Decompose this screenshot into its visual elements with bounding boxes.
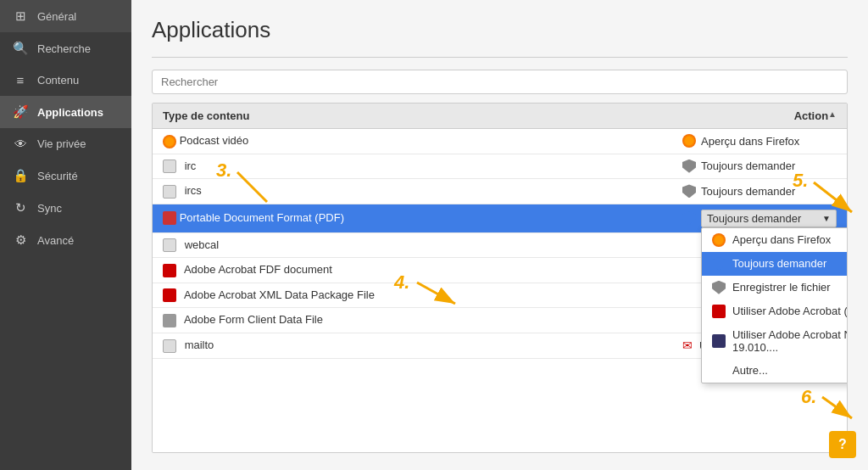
generic-icon: [163, 185, 176, 199]
action-label: Toujours demander: [701, 159, 795, 172]
generic-icon: [163, 238, 176, 252]
firefox-icon: [163, 135, 176, 148]
sidebar-item-label: Avancé: [37, 234, 74, 247]
fdf-icon3: [163, 314, 176, 327]
sidebar-item-applications[interactable]: 🚀 Applications: [0, 96, 131, 128]
dropdown-option-firefox[interactable]: Aperçu dans Firefox: [702, 228, 848, 252]
shield-option-icon: [712, 281, 726, 294]
sidebar-item-label: Applications: [37, 106, 103, 119]
sidebar-item-general[interactable]: ⊞ Général: [0, 0, 131, 32]
type-label: Portable Document Format (PDF): [180, 211, 344, 224]
generic-icon: [163, 159, 176, 173]
sidebar-item-advanced[interactable]: ⚙ Avancé: [0, 224, 131, 256]
dropdown-option-acrobat-npapi[interactable]: Utiliser Adobe Acrobat NPAPI Plug-in, Ve…: [702, 323, 848, 359]
fdf-icon2: [163, 288, 176, 302]
dropdown-option-label: Aperçu dans Firefox: [732, 233, 831, 246]
sidebar-item-label: Recherche: [37, 42, 91, 55]
table-header-row: Type de contenu Action ▲: [153, 104, 847, 129]
type-label: webcal: [185, 238, 219, 251]
dropdown-option-acrobat[interactable]: Utiliser Adobe Acrobat (par défaut): [702, 299, 848, 323]
sidebar-item-label: Général: [37, 10, 76, 23]
search-input[interactable]: [152, 70, 848, 94]
security-icon: 🔒: [12, 168, 29, 183]
type-cell: Podcast vidéo: [153, 129, 672, 154]
shield-blue-icon: [682, 211, 696, 225]
content-icon: ≡: [12, 73, 29, 87]
sync-icon: ↻: [12, 200, 29, 215]
fdf-icon: [163, 264, 176, 277]
mail-icon: ✉: [682, 339, 693, 352]
action-cell: Toujours demander: [672, 154, 847, 179]
action-dropdown-wrapper: Toujours demander ▼ Aperçu dans Firefox: [701, 210, 837, 227]
col-action[interactable]: Action ▲: [672, 104, 847, 129]
sidebar-item-search[interactable]: 🔍 Recherche: [0, 32, 131, 64]
table-row[interactable]: irc Toujours demander: [153, 154, 847, 179]
dropdown-option-save[interactable]: Enregistrer le fichier: [702, 276, 848, 299]
applications-table-wrapper: Type de contenu Action ▲ Podcast vidéo: [152, 103, 848, 453]
dropdown-option-label: Enregistrer le fichier: [732, 281, 831, 294]
sort-arrow-icon: ▲: [828, 109, 837, 119]
table-row[interactable]: Podcast vidéo Aperçu dans Firefox: [153, 129, 847, 154]
sidebar-item-label: Vie privée: [37, 137, 86, 150]
sidebar: ⊞ Général 🔍 Recherche ≡ Contenu 🚀 Applic…: [0, 0, 131, 470]
main-content: Applications Type de contenu Action ▲: [131, 0, 868, 470]
type-label: ircs: [185, 184, 202, 197]
action-cell: Toujours demander: [672, 179, 847, 204]
type-cell: Adobe Form Client Data File: [153, 308, 672, 333]
type-cell: Adobe Acrobat XML Data Package File: [153, 283, 672, 308]
chevron-down-icon: ▼: [822, 214, 831, 223]
divider: [152, 57, 848, 58]
type-label: Adobe Acrobat XML Data Package File: [184, 288, 375, 301]
sidebar-item-label: Sécurité: [37, 170, 78, 182]
col-type[interactable]: Type de contenu: [153, 104, 672, 129]
shield-icon: [682, 159, 696, 173]
action-label: Toujours demander: [701, 185, 795, 198]
action-icon: [682, 134, 696, 148]
action-cell: Aperçu dans Firefox: [672, 129, 847, 154]
search-icon: 🔍: [12, 41, 29, 56]
generic-icon: [163, 339, 176, 353]
page-title: Applications: [152, 17, 848, 43]
acrobat-option-icon: [712, 305, 726, 318]
apps-icon: 🚀: [12, 104, 29, 120]
type-cell-pdf: Portable Document Format (PDF): [153, 204, 672, 232]
type-cell: webcal: [153, 232, 672, 258]
sidebar-item-label: Contenu: [37, 74, 79, 87]
advanced-icon: ⚙: [12, 232, 29, 248]
type-cell: ircs: [153, 179, 672, 204]
sidebar-item-sync[interactable]: ↻ Sync: [0, 192, 131, 224]
action-dropdown-menu: Aperçu dans Firefox Toujours demander: [701, 227, 848, 383]
dropdown-option-label: Utiliser Adobe Acrobat (par défaut): [732, 305, 848, 317]
firefox-option-icon: [712, 233, 726, 247]
pdf-icon: [163, 211, 176, 225]
dropdown-option-label: Toujours demander: [732, 257, 826, 270]
shield-blue-option-icon: [712, 257, 726, 271]
action-label: Aperçu dans Firefox: [701, 135, 799, 148]
type-cell: mailto: [153, 333, 672, 358]
type-cell: irc: [153, 154, 672, 179]
table-row[interactable]: ircs Toujours demander: [153, 179, 847, 204]
dropdown-option-label: Autre...: [732, 364, 768, 377]
type-cell: Adobe Acrobat FDF document: [153, 258, 672, 283]
type-label: Adobe Form Client Data File: [184, 313, 323, 326]
shield-icon: [682, 184, 696, 198]
other-option-icon: [712, 364, 726, 378]
help-button[interactable]: ?: [829, 431, 856, 458]
general-icon: ⊞: [12, 8, 29, 24]
sidebar-item-label: Sync: [37, 202, 62, 215]
action-dropdown-trigger[interactable]: Toujours demander ▼: [701, 210, 837, 227]
dropdown-option-other[interactable]: Autre...: [702, 359, 848, 383]
applications-table: Type de contenu Action ▲ Podcast vidéo: [153, 104, 847, 359]
sidebar-item-privacy[interactable]: 👁 Vie privée: [0, 128, 131, 159]
dropdown-current-value: Toujours demander: [707, 212, 801, 225]
type-label: mailto: [185, 339, 214, 351]
table-row-pdf[interactable]: Portable Document Format (PDF) Toujours …: [153, 204, 847, 232]
dropdown-option-label: Utiliser Adobe Acrobat NPAPI Plug-in, Ve…: [732, 328, 848, 354]
action-cell-pdf: Toujours demander ▼ Aperçu dans Firefox: [672, 204, 847, 232]
sidebar-item-content[interactable]: ≡ Contenu: [0, 64, 131, 96]
dropdown-option-always-ask[interactable]: Toujours demander: [702, 252, 848, 276]
type-label: Podcast vidéo: [180, 134, 249, 147]
sidebar-item-security[interactable]: 🔒 Sécurité: [0, 159, 131, 192]
type-label: irc: [185, 159, 197, 172]
privacy-icon: 👁: [12, 137, 29, 151]
